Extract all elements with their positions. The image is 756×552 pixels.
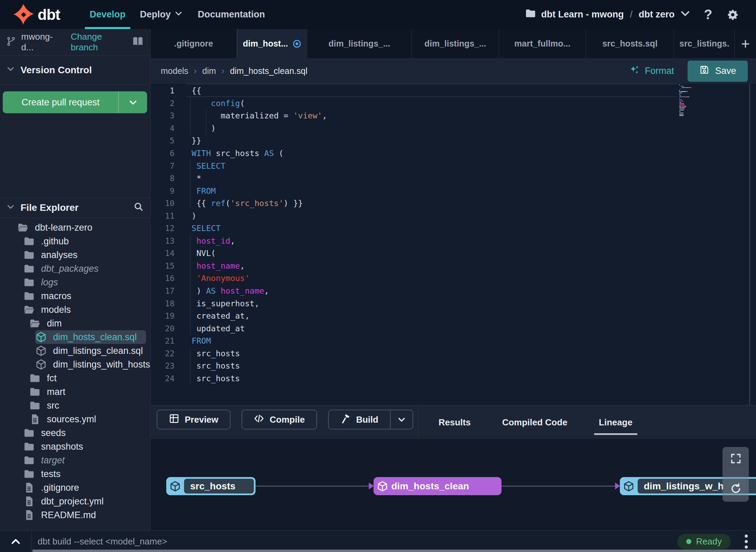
tree-item-models[interactable]: models [23,303,150,317]
file-icon [23,482,35,493]
tab-dim-listings-[interactable]: dim_listings_... [307,29,412,58]
new-tab-button[interactable]: + [735,29,756,58]
lineage-node-label: src_hosts [184,479,254,493]
tree-item-src[interactable]: src [29,399,150,412]
tab-dim-host-[interactable]: dim_host... [237,29,307,58]
lineage-node-src-hosts[interactable]: src_hosts [166,477,256,495]
file-explorer-header[interactable]: File Explorer [0,197,150,218]
lineage-node-dim-hosts-clean[interactable]: dim_hosts_clean [374,477,501,495]
help-icon[interactable]: ? [701,7,716,22]
create-pull-request-button[interactable]: Create pull request [3,91,147,113]
lineage-graph[interactable]: src_hostsdim_hosts_cleandim_listings_w_h [151,439,756,530]
tree-item-mart[interactable]: mart [29,385,150,399]
nav-develop[interactable]: Develop [90,0,126,29]
tree-item-dim-listings-clean-sql[interactable]: dim_listings_clean.sql [35,344,150,358]
tree-item-dim[interactable]: dim [29,317,150,330]
tree-item-tests[interactable]: tests [23,467,150,481]
code-line: 20 updated_at [151,322,677,335]
tab-mart-fullmo-[interactable]: mart_fullmo... [499,29,586,58]
kebab-menu-icon[interactable] [745,531,748,552]
tab-src-hosts-sql[interactable]: src_hosts.sql [586,29,674,58]
tree-item-seeds[interactable]: seeds [23,426,150,440]
minimap-line [679,115,699,116]
nav-deploy[interactable]: Deploy [140,0,183,29]
build-button[interactable]: Build [328,410,413,429]
tree-item-dbt-packages[interactable]: dbt_packages [23,262,150,275]
lineage-edge [501,486,615,487]
chevron-up-icon[interactable] [5,531,27,552]
status-badge: Ready [677,534,731,549]
editor-scrollbar[interactable] [749,84,750,405]
top-nav: dbt Develop Deploy Documentation dbt Lea… [0,0,756,29]
code-editor[interactable]: 1{{2 config(3 materialized = 'view',4 )5… [151,84,756,405]
line-number: 13 [151,236,174,245]
command-input[interactable]: dbt build --select <model_name> [38,531,167,552]
minimap[interactable] [679,85,699,116]
dbt-logo-icon [13,4,34,25]
tree-item-fct[interactable]: fct [29,371,150,385]
horizontal-scrollbar[interactable] [32,550,756,552]
tree-item-label: macros [41,291,71,301]
divider [31,531,32,552]
nav-documentation[interactable]: Documentation [198,0,265,29]
minimap-line [679,86,699,87]
pr-dropdown-caret[interactable] [118,91,147,113]
line-number: 10 [151,199,174,208]
fullscreen-icon[interactable] [730,452,742,466]
tree-item--gitignore[interactable]: .gitignore [23,481,150,495]
refresh-icon[interactable] [730,483,742,496]
tree-item--github[interactable]: .github [23,234,150,248]
tree-item-dim-hosts-clean-sql[interactable]: dim_hosts_clean.sql [35,330,146,344]
lineage-arrowhead [615,483,620,489]
format-button[interactable]: Format [629,64,674,78]
branch-row: mwong-d... Change branch [0,29,150,55]
tree-item-dbt-project-yml[interactable]: dbt_project.yml [23,495,150,508]
tree-item-dbt-learn-zero[interactable]: dbt-learn-zero [17,221,150,234]
project-name: dbt Learn - mwong [541,9,624,20]
folder-icon [23,249,35,261]
tree-item-macros[interactable]: macros [23,289,150,303]
tree-item-target[interactable]: target [23,453,150,467]
preview-button[interactable]: Preview [157,410,231,429]
build-dropdown-caret[interactable] [390,410,413,429]
minimap-line [679,87,699,88]
breadcrumb-models[interactable]: models [161,66,188,76]
tab--gitignore[interactable]: .gitignore [151,29,237,58]
project-selector[interactable]: dbt Learn - mwong / dbt zero [525,8,691,22]
tree-item-label: mart [47,387,65,397]
save-button[interactable]: Save [688,61,748,82]
folder-open-icon [17,222,29,233]
minimap-line [679,99,699,100]
search-icon[interactable] [133,201,144,215]
tab-label: dim_listings_... [425,39,486,49]
panel-divider [418,405,418,439]
docs-book-icon[interactable] [132,35,144,49]
sparkles-icon [629,64,640,78]
tree-item-readme-md[interactable]: README.md [23,508,150,522]
gear-icon[interactable] [725,7,740,22]
button-label: Build [356,414,378,425]
breadcrumb-dim[interactable]: dim [202,66,216,76]
tree-item-label: target [41,455,65,466]
tree-item-logs[interactable]: logs [23,275,150,289]
dbt-logo[interactable]: dbt [13,4,60,25]
tab-src-listings-[interactable]: src_listings. [674,29,735,58]
tree-item-analyses[interactable]: analyses [23,248,150,262]
tree-item-sources-yml[interactable]: sources.yml [29,412,150,426]
tree-item-snapshots[interactable]: snapshots [23,440,150,453]
status-dot [686,539,691,544]
line-number: 5 [151,136,174,145]
tab-label: dim_host... [243,39,288,49]
panel-tab-lineage[interactable]: Lineage [594,405,637,439]
folder-open-icon [23,304,35,316]
version-control-header[interactable]: Version Control [0,55,150,85]
tab-dim-listings-[interactable]: dim_listings_... [412,29,499,58]
compile-button[interactable]: Compile [242,410,317,429]
panel-tab-compiled-code[interactable]: Compiled Code [497,405,572,439]
change-branch-link[interactable]: Change branch [71,31,127,53]
tree-item-dim-listings-with-hosts-[interactable]: dim_listings_with_hosts... [35,358,150,371]
file-icon [29,413,41,425]
code-line: 3 materialized = 'view', [151,110,677,122]
button-label: Compile [270,414,305,425]
panel-tab-results[interactable]: Results [434,405,475,439]
